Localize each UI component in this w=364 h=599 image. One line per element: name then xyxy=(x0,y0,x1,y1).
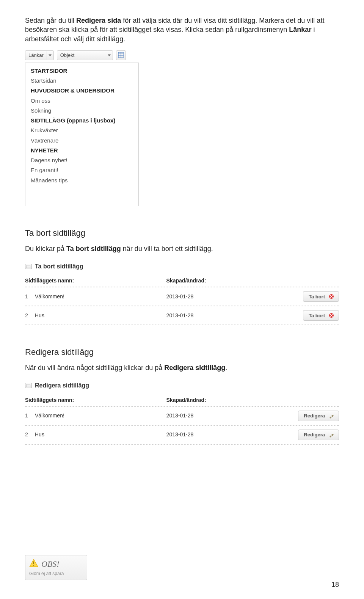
panel-title-text: Redigera sidtillägg xyxy=(35,381,89,390)
object-dropdown[interactable]: Objekt xyxy=(57,50,113,60)
table-header: Sidtilläggets namn: Skapad/ändrad: xyxy=(25,394,339,406)
table-row: 1 Välkommen! 2013-01-28 Redigera xyxy=(25,406,339,425)
delete-heading: Ta bort sidtillägg xyxy=(25,227,339,239)
row-index: 2 xyxy=(25,312,31,319)
delete-section: Ta bort sidtillägg Du klickar på Ta bort… xyxy=(25,227,339,325)
menu-item[interactable]: Krukväxter xyxy=(25,125,138,135)
menu-group-header: HUVUDSIDOR & UNDERSIDOR xyxy=(25,86,138,96)
wrench-icon xyxy=(328,412,335,419)
panel-title-text: Ta bort sidtillägg xyxy=(35,262,83,271)
edit-button-label: Redigera xyxy=(304,412,325,419)
obs-title: OBS! xyxy=(41,558,60,570)
edit-heading: Redigera sidtillägg xyxy=(25,347,339,358)
editor-toolbar: Länkar Objekt xyxy=(25,50,339,60)
col-date-header: Skapad/ändrad: xyxy=(166,397,286,404)
table-icon xyxy=(118,51,124,60)
obs-subtitle: Glöm ej att spara xyxy=(29,571,82,577)
row-name: Hus xyxy=(35,312,44,319)
menu-group-header: STARTSIDOR xyxy=(25,66,138,76)
table-row: 1 Välkommen! 2013-01-28 Ta bort xyxy=(25,287,339,306)
col-name-header: Sidtilläggets namn: xyxy=(25,277,166,284)
row-date: 2013-01-28 xyxy=(166,412,286,419)
menu-item[interactable]: Växtrenare xyxy=(25,136,138,146)
links-menu-panel: STARTSIDOR Startsidan HUVUDSIDOR & UNDER… xyxy=(25,63,139,206)
row-name: Välkommen! xyxy=(35,412,64,419)
edit-button[interactable]: Redigera xyxy=(298,430,339,440)
menu-item[interactable]: Om oss xyxy=(25,96,138,106)
page-number: 18 xyxy=(331,580,339,589)
menu-item[interactable]: Startsidan xyxy=(25,76,138,86)
edit-paragraph: När du vill ändra något sidtillägg klick… xyxy=(25,363,339,372)
panel-icon xyxy=(25,383,32,388)
row-date: 2013-01-28 xyxy=(166,431,286,438)
menu-group-header: SIDTILLÄGG (öppnas i ljusbox) xyxy=(25,116,138,125)
links-dropdown-label: Länkar xyxy=(25,52,47,59)
insert-table-button[interactable] xyxy=(116,50,126,60)
delete-button[interactable]: Ta bort xyxy=(303,291,339,302)
obs-callout: OBS! Glöm ej att spara xyxy=(25,555,87,580)
row-date: 2013-01-28 xyxy=(166,312,286,319)
table-row: 2 Hus 2013-01-28 Ta bort xyxy=(25,306,339,325)
menu-item[interactable]: En garanti! xyxy=(25,165,138,175)
delete-paragraph: Du klickar på Ta bort sidtillägg när du … xyxy=(25,244,339,253)
delete-button-label: Ta bort xyxy=(309,293,325,300)
edit-panel: Redigera sidtillägg Sidtilläggets namn: … xyxy=(25,379,339,444)
delete-icon xyxy=(328,312,335,319)
menu-item[interactable]: Sökning xyxy=(25,106,138,116)
intro-paragraph: Sedan går du till Redigera sida för att … xyxy=(25,16,339,44)
row-name: Hus xyxy=(35,431,44,438)
links-dropdown[interactable]: Länkar xyxy=(25,50,54,60)
col-name-header: Sidtilläggets namn: xyxy=(25,397,166,404)
object-dropdown-label: Objekt xyxy=(57,52,78,59)
delete-icon xyxy=(328,293,335,300)
chevron-down-icon xyxy=(47,51,53,60)
panel-icon xyxy=(25,264,32,269)
menu-group-header: NYHETER xyxy=(25,146,138,155)
svg-rect-10 xyxy=(33,561,34,564)
row-index: 2 xyxy=(25,431,31,438)
edit-button-label: Redigera xyxy=(304,431,325,438)
table-header: Sidtilläggets namn: Skapad/ändrad: xyxy=(25,274,339,287)
chevron-down-icon xyxy=(106,51,113,60)
svg-rect-11 xyxy=(33,565,34,566)
menu-item[interactable]: Dagens nyhet! xyxy=(25,155,138,165)
row-date: 2013-01-28 xyxy=(166,293,286,300)
row-index: 1 xyxy=(25,412,31,419)
edit-section: Redigera sidtillägg När du vill ändra nå… xyxy=(25,347,339,444)
svg-rect-8 xyxy=(27,384,30,387)
svg-rect-4 xyxy=(27,265,30,268)
edit-button[interactable]: Redigera xyxy=(298,411,339,421)
col-date-header: Skapad/ändrad: xyxy=(166,277,286,284)
panel-title-row: Ta bort sidtillägg xyxy=(25,260,339,274)
panel-title-row: Redigera sidtillägg xyxy=(25,379,339,394)
delete-button[interactable]: Ta bort xyxy=(303,310,339,321)
delete-button-label: Ta bort xyxy=(309,312,325,319)
warning-icon xyxy=(29,559,38,569)
row-index: 1 xyxy=(25,293,31,300)
delete-panel: Ta bort sidtillägg Sidtilläggets namn: S… xyxy=(25,260,339,325)
row-name: Välkommen! xyxy=(35,293,64,300)
table-row: 2 Hus 2013-01-28 Redigera xyxy=(25,425,339,444)
wrench-icon xyxy=(328,431,335,438)
menu-item[interactable]: Månadens tips xyxy=(25,176,138,185)
